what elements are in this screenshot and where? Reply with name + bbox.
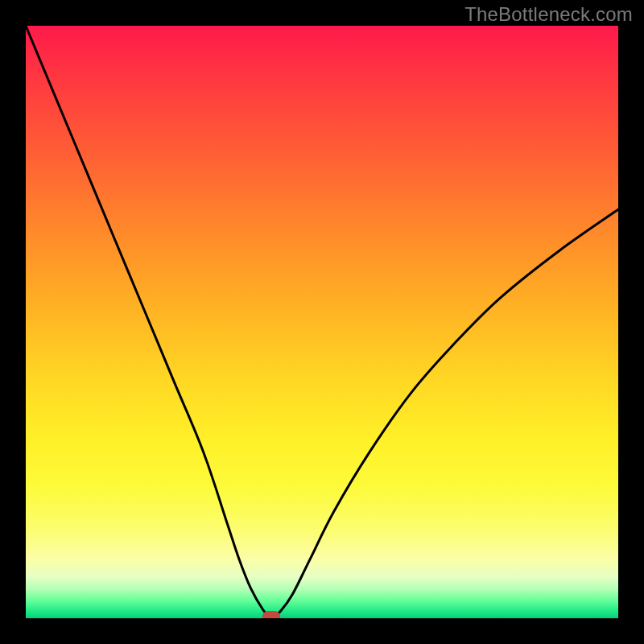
chart-frame: TheBottleneck.com xyxy=(0,0,644,644)
plot-area xyxy=(26,26,618,618)
watermark-text: TheBottleneck.com xyxy=(464,3,633,26)
optimum-marker xyxy=(262,611,280,618)
bottleneck-curve xyxy=(26,26,618,618)
curve-path xyxy=(26,26,618,616)
